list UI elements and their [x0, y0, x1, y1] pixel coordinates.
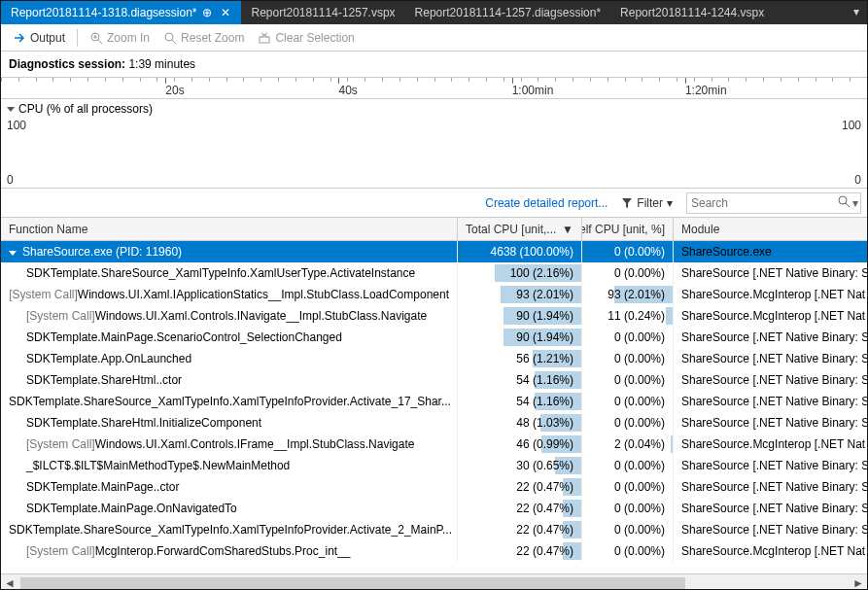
cpu-chart-header[interactable]: CPU (% of all processors) [1, 99, 867, 119]
cell-self-cpu: 0 (0.00%) [582, 262, 674, 284]
cell-self-cpu: 0 (0.00%) [582, 412, 674, 434]
cell-self-cpu: 0 (0.00%) [582, 519, 674, 540]
svg-rect-2 [260, 37, 269, 43]
cell-total-cpu: 54 (1.16%) [458, 391, 582, 412]
tab-label: Report20181114-1244.vspx [620, 6, 764, 19]
tick-label: 1:20min [685, 84, 727, 97]
cell-total-cpu: 22 (0.47%) [458, 540, 582, 562]
cell-self-cpu: 0 (0.00%) [582, 476, 674, 498]
cell-total-cpu: 54 (1.16%) [458, 369, 582, 391]
cell-self-cpu: 0 (0.00%) [582, 540, 674, 562]
y-min-label-right: 0 [854, 173, 861, 187]
tab-label: Report20181114-1257.diagsession* [415, 6, 601, 19]
cell-self-cpu: 0 (0.00%) [582, 327, 674, 348]
cell-self-cpu: 0 (0.00%) [582, 241, 674, 262]
document-tab[interactable]: Report20181114-1318.diagsession*⊕✕ [1, 1, 241, 24]
pin-icon[interactable]: ⊕ [202, 6, 214, 19]
reset-zoom-icon [163, 31, 177, 45]
cell-total-cpu: 22 (0.47%) [458, 498, 582, 519]
toolbar: Output Zoom In Reset Zoom Clear Selectio… [1, 24, 867, 52]
cell-total-cpu: 100 (2.16%) [458, 262, 582, 284]
document-tab[interactable]: Report20181114-1257.vspx [241, 1, 404, 24]
cell-self-cpu: 0 (0.00%) [582, 348, 674, 369]
chevron-down-icon[interactable]: ▾ [852, 196, 858, 210]
tick-label: 40s [338, 84, 357, 97]
search-icon [837, 194, 851, 211]
y-max-label: 100 [7, 119, 26, 132]
tick-label: 1:00min [512, 84, 554, 97]
cell-self-cpu: 93 (2.01%) [582, 284, 674, 305]
cell-total-cpu: 22 (0.47%) [458, 519, 582, 540]
collapse-icon [7, 107, 15, 112]
tab-bar: Report20181114-1318.diagsession*⊕✕Report… [1, 1, 867, 24]
cell-total-cpu: 90 (1.94%) [458, 305, 582, 327]
cell-self-cpu: 11 (0.24%) [582, 305, 674, 327]
document-tab[interactable]: Report20181114-1257.diagsession* [405, 1, 610, 24]
timeline-ruler[interactable]: 20s40s1:00min1:20min [1, 78, 867, 99]
zoom-in-button[interactable]: Zoom In [84, 28, 156, 48]
close-icon[interactable]: ✕ [220, 6, 231, 19]
zoom-in-icon [89, 31, 103, 45]
tab-label: Report20181114-1318.diagsession* [11, 6, 196, 19]
cell-total-cpu: 22 (0.47%) [458, 476, 582, 498]
clear-selection-button[interactable]: Clear Selection [252, 28, 360, 48]
cell-self-cpu: 0 (0.00%) [582, 391, 674, 412]
cell-total-cpu: 30 (0.65%) [458, 455, 582, 476]
cpu-chart[interactable] [30, 119, 838, 590]
clear-selection-icon [258, 31, 271, 45]
cell-total-cpu: 56 (1.21%) [458, 348, 582, 369]
horizontal-scrollbar[interactable]: ◄ ► [1, 573, 867, 590]
tabbar-overflow-dropdown[interactable]: ▾ [846, 1, 867, 24]
tick-label: 20s [165, 84, 184, 97]
svg-point-3 [839, 196, 847, 204]
document-tab[interactable]: Report20181114-1244.vspx [610, 1, 774, 24]
cell-total-cpu: 46 (0.99%) [458, 434, 582, 455]
output-button[interactable]: Output [7, 28, 71, 48]
scroll-left-button[interactable]: ◄ [1, 574, 18, 591]
reset-zoom-button[interactable]: Reset Zoom [157, 28, 250, 48]
cell-self-cpu: 0 (0.00%) [582, 498, 674, 519]
scroll-right-button[interactable]: ► [850, 574, 867, 591]
svg-point-1 [165, 33, 173, 41]
cell-total-cpu: 90 (1.94%) [458, 327, 582, 348]
tab-label: Report20181114-1257.vspx [251, 6, 395, 19]
cell-self-cpu: 0 (0.00%) [582, 455, 674, 476]
cpu-chart-section: CPU (% of all processors) 100 0 100 0 [1, 99, 867, 189]
cell-self-cpu: 2 (0.04%) [582, 434, 674, 455]
cell-self-cpu: 0 (0.00%) [582, 369, 674, 391]
cell-total-cpu: 4638 (100.00%) [458, 241, 582, 262]
y-min-label: 0 [7, 173, 14, 187]
cell-total-cpu: 93 (2.01%) [458, 284, 582, 305]
y-max-label-right: 100 [842, 119, 861, 132]
arrow-right-icon [13, 31, 26, 45]
expander-icon[interactable] [9, 245, 18, 259]
cell-total-cpu: 48 (1.03%) [458, 412, 582, 434]
session-info: Diagnostics session: 1:39 minutes [1, 52, 867, 78]
